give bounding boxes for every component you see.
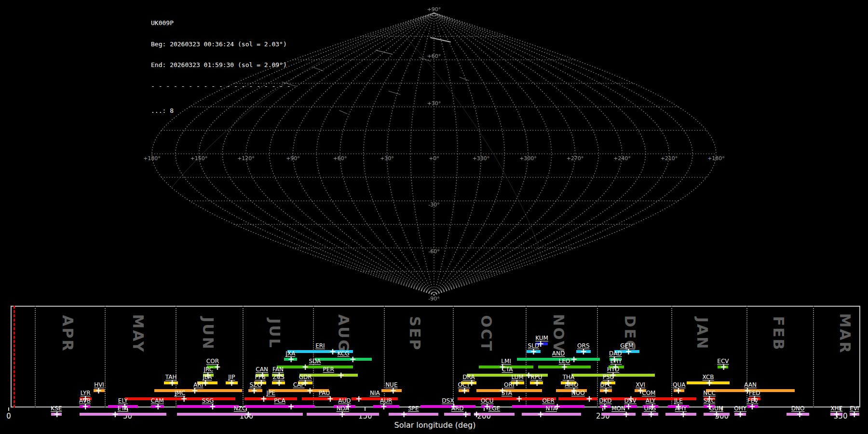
shower-bar bbox=[474, 413, 515, 416]
sky-longitude-label: +300° bbox=[519, 155, 537, 162]
month-gridline-mar bbox=[813, 306, 814, 407]
peak-marker: + bbox=[154, 403, 161, 411]
sky-latitude-label: -90° bbox=[428, 296, 439, 302]
sky-latitude-label: +60° bbox=[427, 53, 441, 59]
sky-longitude-label: +60° bbox=[333, 155, 347, 162]
peak-marker: + bbox=[181, 395, 188, 403]
x-tick bbox=[365, 407, 366, 411]
shower-label: NZC bbox=[234, 406, 246, 411]
peak-marker: + bbox=[675, 387, 682, 395]
peak-marker: + bbox=[355, 395, 362, 403]
shower-label: OER bbox=[542, 398, 554, 404]
peak-marker: + bbox=[82, 403, 89, 411]
x-tick bbox=[8, 407, 9, 411]
peak-marker: + bbox=[680, 410, 687, 419]
shower-label: ETA bbox=[118, 406, 128, 411]
shower-bar bbox=[244, 405, 314, 408]
peak-marker: + bbox=[648, 410, 654, 419]
shower-bar bbox=[277, 366, 353, 368]
shower-bar bbox=[125, 397, 235, 400]
shower-bar bbox=[154, 389, 242, 392]
peak-marker: + bbox=[586, 395, 593, 403]
month-label-jul: JUL bbox=[266, 318, 283, 349]
peak-marker: + bbox=[228, 379, 235, 387]
faint-sky-curve bbox=[398, 28, 542, 260]
end-time: End: 20260323 01:59:30 (sol = 2.09°) bbox=[151, 62, 291, 69]
peak-marker: + bbox=[580, 348, 587, 356]
peak-marker: + bbox=[473, 410, 480, 419]
peak-marker: + bbox=[390, 387, 396, 395]
shower-label: AND bbox=[552, 351, 565, 356]
month-label-may: MAY bbox=[129, 314, 146, 353]
meteor-trail bbox=[339, 110, 347, 114]
shower-bar bbox=[244, 397, 297, 400]
peak-marker: + bbox=[530, 348, 537, 356]
peak-marker: + bbox=[625, 348, 632, 356]
shower-label: ERI bbox=[315, 343, 325, 349]
peak-marker: + bbox=[209, 403, 216, 411]
month-gridline-oct bbox=[453, 306, 454, 407]
peak-marker: + bbox=[329, 348, 336, 356]
month-gridline-sep bbox=[384, 306, 385, 407]
month-label-apr: APR bbox=[59, 315, 76, 352]
sky-latitude-label: +90° bbox=[427, 6, 441, 13]
meteor-count-line: ...: 8 bbox=[151, 108, 291, 115]
peak-marker: + bbox=[287, 355, 294, 364]
peak-marker: + bbox=[851, 410, 858, 419]
month-gridline-nov bbox=[526, 306, 527, 407]
month-label-nov: NOV bbox=[550, 314, 567, 353]
peak-marker: + bbox=[737, 410, 744, 419]
peak-marker: + bbox=[338, 371, 344, 380]
peak-marker: + bbox=[537, 410, 544, 419]
x-axis-title: Solar longitude (deg) bbox=[394, 420, 476, 430]
observation-header: UK009P Beg: 20260323 00:36:24 (sol = 2.0… bbox=[151, 6, 291, 129]
peak-marker: + bbox=[720, 363, 727, 371]
shower-label: COM bbox=[642, 390, 655, 396]
x-tick-label: 0 bbox=[0, 412, 26, 420]
sky-longitude-label: +90° bbox=[286, 155, 300, 162]
sky-longitude-label: +330° bbox=[473, 155, 490, 162]
meteor-trail bbox=[376, 50, 392, 54]
begin-time: Beg: 20260323 00:36:24 (sol = 2.03°) bbox=[151, 41, 291, 48]
shower-bar bbox=[389, 413, 439, 416]
sky-latitude-label: -60° bbox=[428, 248, 439, 255]
peak-marker: + bbox=[706, 379, 713, 387]
sky-longitude-label: +150° bbox=[190, 155, 208, 162]
peak-marker: + bbox=[54, 410, 60, 419]
month-label-feb: FEB bbox=[770, 316, 787, 352]
peak-marker: + bbox=[514, 379, 520, 387]
shower-label: KCG bbox=[338, 351, 350, 356]
sky-longitude-label: +210° bbox=[661, 155, 678, 162]
meteor-trail bbox=[460, 77, 469, 81]
meteor-trail bbox=[312, 67, 323, 71]
shower-label: PER bbox=[323, 366, 334, 372]
peak-marker: + bbox=[461, 387, 468, 395]
shower-label: SPE bbox=[408, 406, 419, 411]
peak-marker: + bbox=[713, 410, 720, 419]
shower-label: NIA bbox=[370, 390, 380, 396]
sky-longitude-label: +180° bbox=[707, 155, 725, 162]
shower-bar bbox=[420, 405, 475, 408]
sky-longitude-label: +0° bbox=[429, 155, 439, 162]
peak-marker: + bbox=[350, 355, 356, 364]
month-label-jun: JUN bbox=[200, 317, 217, 351]
sky-latitude-label: +30° bbox=[427, 100, 441, 107]
peak-marker: + bbox=[623, 410, 629, 419]
peak-marker: + bbox=[534, 379, 541, 387]
sky-longitude-label: +240° bbox=[613, 155, 631, 162]
sky-latitude-label: -30° bbox=[428, 202, 439, 208]
shower-bar bbox=[458, 397, 556, 400]
shower-label: JPE bbox=[266, 390, 275, 396]
peak-marker: + bbox=[516, 395, 523, 403]
shower-label: PCA bbox=[274, 398, 285, 404]
month-label-aug: AUG bbox=[335, 314, 352, 353]
meteor-trail bbox=[431, 38, 450, 42]
peak-marker: + bbox=[833, 410, 840, 419]
sky-longitude-label: +180° bbox=[143, 155, 161, 162]
peak-marker: + bbox=[401, 410, 407, 419]
shower-bar bbox=[177, 405, 239, 408]
peak-marker: + bbox=[796, 410, 803, 419]
shower-bar bbox=[80, 413, 166, 416]
shower-bar bbox=[522, 413, 581, 416]
month-label-mar: MAR bbox=[837, 313, 854, 354]
